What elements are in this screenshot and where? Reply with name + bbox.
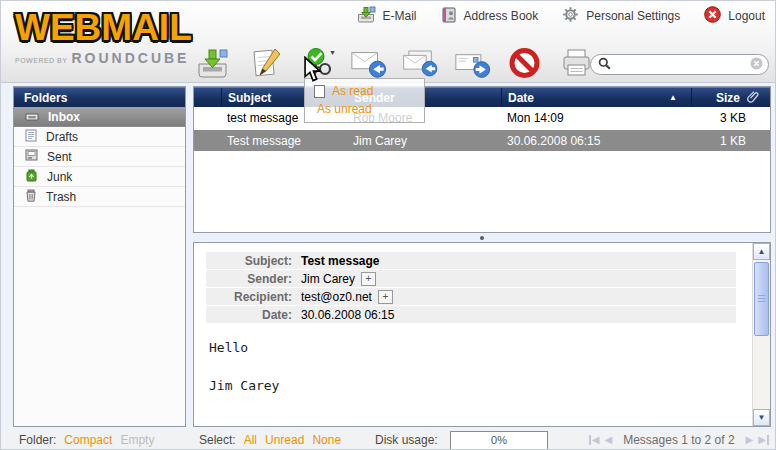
check-mail-icon [195,47,230,80]
sidebar-item-sent[interactable]: Sent [14,147,185,167]
preview-scrollbar[interactable]: ▲ ▼ [752,243,770,426]
splitter-handle-icon [480,236,484,240]
column-header-date[interactable]: Date ▲ [501,88,691,107]
search-box [590,54,769,75]
header-sender-row: Sender: Jim Carey + [206,270,736,287]
message-list-header: Subject Sender Date ▲ Size [194,87,770,107]
folders-panel: Folders Inbox Drafts Sent Junk Trash [13,86,186,427]
message-size: 1 KB [691,134,770,148]
message-status-cell [194,111,221,125]
mail-toolbar: ▼ [194,45,595,81]
field-label: Subject: [206,254,301,268]
scrollbar-thumb[interactable] [754,262,769,336]
reply-button[interactable] [350,45,387,81]
select-actions: Select: All Unread None [199,429,341,450]
list-preview-splitter[interactable] [193,234,771,241]
logo-title: WEBMAIL [15,7,195,49]
junk-icon [25,169,38,185]
sort-ascending-icon: ▲ [669,93,677,102]
message-row-selected[interactable]: Test message Jim Carey 30.06.2008 06:15 … [194,130,770,153]
logo-powered: POWERED BY ROUNDCUBE [15,50,195,66]
subject-value: Test message [301,254,380,268]
sidebar-item-junk[interactable]: Junk [14,167,185,187]
taskbar-item-addressbook[interactable]: Address Book [441,7,539,26]
roundcube-brand: ROUNDCUBE [71,50,189,66]
folder-label: Trash [46,190,76,204]
taskbar-item-label: Address Book [464,9,539,23]
header-recipient-row: Recipient: test@oz0.net + [206,288,736,305]
taskbar-item-logout[interactable]: Logout [704,6,765,26]
add-contact-button[interactable]: + [378,290,393,304]
compose-button[interactable] [246,45,283,81]
drafts-icon [25,129,37,145]
sidebar-item-inbox[interactable]: Inbox [14,107,185,127]
scroll-down-button[interactable]: ▼ [753,409,770,426]
forward-icon [454,47,491,80]
folder-label: Inbox [48,110,80,124]
search-clear-icon[interactable] [750,56,763,74]
scroll-up-button[interactable]: ▲ [753,243,770,260]
folder-actions: Folder: Compact Empty [19,429,154,450]
menu-item-label: As unread [317,102,372,116]
sidebar-item-drafts[interactable]: Drafts [14,127,185,147]
field-label: Date: [206,308,301,322]
print-icon [559,47,594,80]
pagination: ◀ ◀ Messages 1 to 2 of 2 ▶ ▶ [589,429,769,450]
search-icon [598,56,611,74]
last-page-button[interactable]: ▶ [758,435,769,445]
column-header-size[interactable]: Size [691,88,770,107]
date-value: 30.06.2008 06:15 [301,308,394,322]
folder-label: Sent [47,150,72,164]
pagination-text: Messages 1 to 2 of 2 [623,433,734,447]
trash-icon [25,189,37,205]
taskbar-item-settings[interactable]: Personal Settings [562,6,680,26]
sidebar-item-trash[interactable]: Trash [14,187,185,207]
menu-item-as-read[interactable]: As read [305,82,424,100]
header-subject-row: Subject: Test message [206,252,736,269]
message-date: Mon 14:09 [501,111,691,125]
select-none-link[interactable]: None [312,433,341,447]
powered-by-label: POWERED BY [15,57,67,64]
disk-usage-meter: 0% [450,431,548,450]
mark-read-icon [314,85,325,98]
add-contact-button[interactable]: + [361,272,376,286]
header-date-row: Date: 30.06.2008 06:15 [206,306,736,323]
next-page-button[interactable]: ▶ [746,435,754,445]
mail-icon [357,6,376,26]
compact-folder-link[interactable]: Compact [64,433,112,447]
taskbar-item-label: Personal Settings [586,9,680,23]
message-headers: Subject: Test message Sender: Jim Carey … [206,252,736,324]
menu-item-as-unread[interactable]: As unread [305,100,424,118]
folder-label: Junk [47,170,72,184]
forward-button[interactable] [454,45,491,81]
search-input[interactable] [611,58,750,72]
select-unread-link[interactable]: Unread [265,433,304,447]
address-book-icon [441,7,457,26]
taskbar-item-label: Logout [728,9,765,23]
message-status-cell [194,134,221,148]
taskbar-item-email[interactable]: E-Mail [357,6,417,26]
message-size: 3 KB [691,111,770,125]
reply-all-icon [402,47,439,80]
logout-icon [704,6,721,26]
previous-page-button[interactable]: ◀ [604,435,612,445]
folders-header: Folders [14,87,185,107]
reply-icon [350,47,387,80]
delete-button[interactable] [506,45,543,81]
delete-icon [508,47,541,80]
body-line: Jim Carey [209,376,279,395]
inbox-icon [25,109,39,124]
first-page-button[interactable]: ◀ [589,435,600,445]
body-line: Hello [209,338,279,357]
gear-icon [562,6,579,26]
reply-all-button[interactable] [402,45,439,81]
mark-messages-menu: As read As unread [304,78,425,123]
status-bar: Folder: Compact Empty Select: All Unread… [1,429,776,450]
check-mail-button[interactable] [194,45,231,81]
mark-messages-button[interactable]: ▼ [298,45,335,81]
message-row[interactable]: test message Rob Moore Mon 14:09 3 KB [194,107,770,130]
select-all-link[interactable]: All [244,433,257,447]
field-label: Recipient: [206,290,301,304]
flag-column-header[interactable] [194,88,221,107]
empty-folder-link: Empty [120,433,154,447]
